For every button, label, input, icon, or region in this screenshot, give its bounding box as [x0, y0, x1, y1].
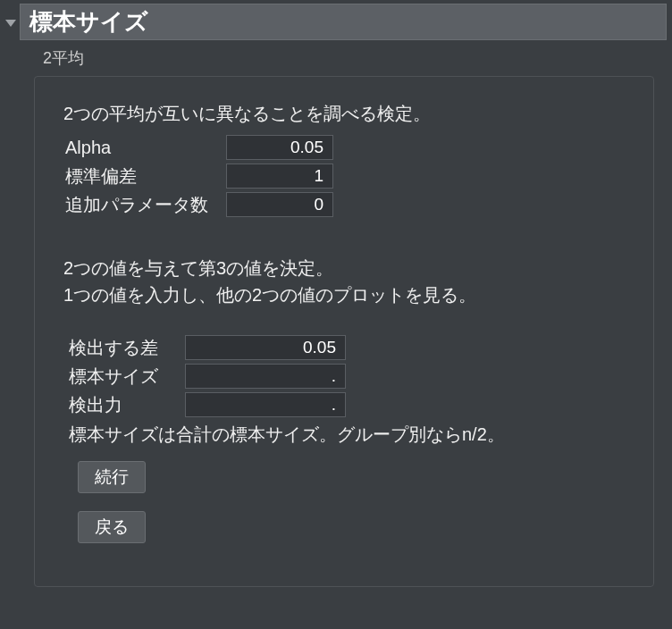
label-power: 検出力 — [69, 393, 185, 417]
label-extra-params: 追加パラメータ数 — [65, 193, 226, 217]
input-alpha[interactable] — [226, 135, 333, 160]
label-sample-size: 標本サイズ — [69, 365, 185, 389]
back-button[interactable]: 戻る — [78, 511, 146, 543]
param-row-power: 検出力 — [56, 392, 632, 417]
param-row-difference: 検出する差 — [56, 335, 632, 360]
description-test: 2つの平均が互いに異なることを調べる検定。 — [56, 102, 632, 126]
input-extra-params[interactable] — [226, 192, 333, 217]
param-row-sample-size: 標本サイズ — [56, 364, 632, 389]
input-sample-size[interactable] — [185, 364, 346, 389]
note-sample-size: 標本サイズは合計の標本サイズ。グループ別ならn/2。 — [56, 423, 632, 447]
panel-subtitle: 2平均 — [0, 46, 672, 76]
label-difference: 検出する差 — [69, 336, 185, 360]
desc-solve-line1: 2つの値を与えて第3の値を決定。 — [63, 255, 632, 281]
label-alpha: Alpha — [65, 138, 226, 158]
input-power[interactable] — [185, 392, 346, 417]
continue-button[interactable]: 続行 — [78, 461, 146, 493]
label-stddev: 標準偏差 — [65, 164, 226, 189]
input-difference[interactable] — [185, 335, 346, 360]
disclosure-triangle-icon[interactable] — [5, 20, 16, 27]
panel-title: 標本サイズ — [20, 4, 667, 40]
param-row-stddev: 標準偏差 — [56, 164, 632, 189]
param-row-alpha: Alpha — [56, 135, 632, 160]
param-row-extra-params: 追加パラメータ数 — [56, 192, 632, 217]
description-solve: 2つの値を与えて第3の値を決定。 1つの値を入力し、他の2つの値のプロットを見る… — [56, 255, 632, 308]
sample-size-panel: 2つの平均が互いに異なることを調べる検定。 Alpha 標準偏差 追加パラメータ… — [34, 76, 654, 587]
desc-solve-line2: 1つの値を入力し、他の2つの値のプロットを見る。 — [63, 281, 632, 308]
input-stddev[interactable] — [226, 164, 333, 189]
